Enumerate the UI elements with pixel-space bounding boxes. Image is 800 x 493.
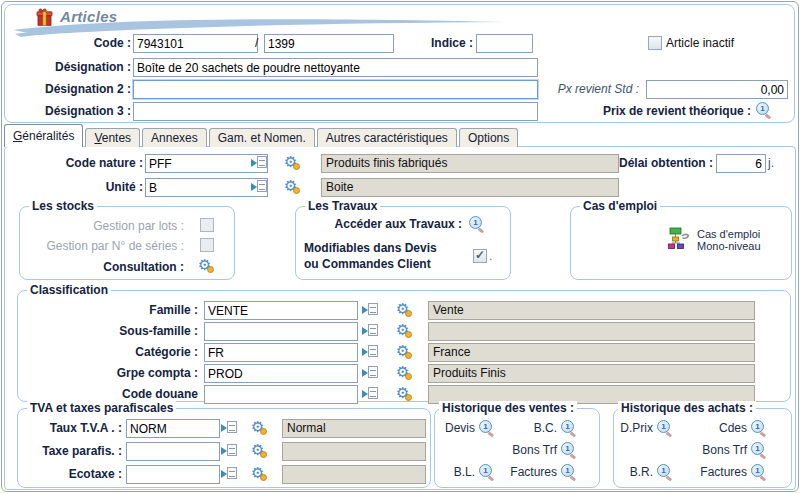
- prix-revient-theorique-label: Prix de revient théorique :: [529, 104, 751, 118]
- taux-tva-gear-icon[interactable]: [251, 419, 267, 435]
- code-nature-input[interactable]: [145, 154, 268, 173]
- categorie-label: Catégorie :: [26, 345, 198, 359]
- tva-group: TVA et taxes parafiscales Taux T.V.A . :…: [17, 408, 431, 488]
- famille-list-pick-icon[interactable]: [362, 303, 378, 316]
- stocks-group: Les stocks Gestion par lots : Gestion pa…: [19, 206, 235, 280]
- sous-famille-input[interactable]: [204, 322, 358, 341]
- hist-ventes-bl[interactable]: B.L. 1: [454, 464, 495, 479]
- tab-generalites[interactable]: Généralités: [4, 124, 83, 147]
- delai-obtention-input[interactable]: [716, 154, 766, 173]
- hist-achats-cdes[interactable]: Cdes 1: [719, 420, 767, 435]
- grpe-compta-list-pick-icon[interactable]: [362, 366, 378, 379]
- code-nature-gear-icon[interactable]: [284, 154, 300, 170]
- unite-input[interactable]: [145, 178, 268, 197]
- tab-options[interactable]: Options: [459, 128, 518, 147]
- hist-ventes-devis[interactable]: Devis 1: [445, 420, 495, 435]
- gift-icon: [35, 8, 55, 27]
- article-inactif-checkbox[interactable]: [648, 36, 662, 50]
- taux-tva-label: Taux T.V.A . :: [20, 421, 122, 435]
- acceder-travaux-magnifier-icon[interactable]: 1: [469, 216, 485, 231]
- ecotaxe-input[interactable]: [126, 465, 220, 484]
- code-nature-list-pick-icon[interactable]: [251, 156, 267, 169]
- hist-achats-cdes-magnifier-icon: 1: [751, 420, 767, 435]
- hist-achats-dprix[interactable]: D.Prix 1: [620, 420, 673, 435]
- usage-tree-icon: [667, 227, 693, 251]
- famille-gear-icon[interactable]: [396, 301, 412, 317]
- ecotaxe-gear-icon[interactable]: [251, 465, 267, 481]
- page-title: Articles: [60, 8, 117, 25]
- consultation-label: Consultation :: [26, 260, 184, 274]
- hist-ventes-bc[interactable]: B.C. 1: [534, 420, 577, 435]
- unite-list-pick-icon[interactable]: [251, 180, 267, 193]
- categorie-input[interactable]: [204, 343, 358, 362]
- consultation-gear-icon[interactable]: [198, 257, 214, 273]
- hist-achats-bons-trf-magnifier-icon: 1: [751, 442, 767, 457]
- modifiables-checkbox[interactable]: [473, 249, 487, 263]
- hist-achats-group: Historique des achats : D.Prix 1 Cdes 1 …: [613, 408, 792, 488]
- hist-ventes-bons-trf[interactable]: Bons Trf 1: [512, 442, 577, 457]
- code-label: Code :: [33, 36, 131, 50]
- ecotaxe-list-pick-icon[interactable]: [221, 467, 237, 480]
- grpe-compta-label: Grpe compta :: [26, 366, 198, 380]
- grpe-compta-input[interactable]: [204, 364, 358, 383]
- unite-gear-icon[interactable]: [284, 178, 300, 194]
- designation-input[interactable]: [133, 58, 538, 77]
- travaux-group-title: Les Travaux: [305, 199, 380, 213]
- hist-ventes-factures[interactable]: Factures 1: [510, 464, 577, 479]
- stocks-group-title: Les stocks: [29, 199, 97, 213]
- delai-obtention-label: Délai obtention :: [601, 156, 713, 170]
- px-revient-std-input[interactable]: [646, 80, 788, 99]
- acceder-travaux-label: Accéder aux Travaux :: [302, 217, 462, 231]
- grpe-compta-display: Produits Finis: [428, 364, 755, 383]
- taxe-parafis-list-pick-icon[interactable]: [221, 444, 237, 457]
- code-nature-label: Code nature :: [23, 156, 143, 170]
- taux-tva-list-pick-icon[interactable]: [221, 421, 237, 434]
- hist-achats-factures[interactable]: Factures 1: [700, 464, 767, 479]
- cas-emploi-group: Cas d'emploi Cas d'emploi Mono-niveau: [570, 206, 792, 280]
- famille-input[interactable]: [204, 301, 358, 320]
- modifiables-label-line1: Modifiables dans Devis: [304, 241, 464, 255]
- famille-label: Famille :: [26, 303, 198, 317]
- delai-obtention-unit: j.: [768, 156, 774, 170]
- designation2-input[interactable]: [133, 80, 538, 99]
- tab-autres-caracteristiques[interactable]: Autres caractéristiques: [317, 128, 457, 147]
- sous-famille-list-pick-icon[interactable]: [362, 324, 378, 337]
- gestion-lots-label: Gestion par lots :: [26, 219, 184, 233]
- prix-revient-theorique-magnifier-icon[interactable]: 1: [756, 102, 772, 117]
- tab-annexes[interactable]: Annexes: [142, 128, 207, 147]
- categorie-display: France: [428, 343, 755, 362]
- indice-label: Indice :: [403, 36, 473, 50]
- hist-achats-bons-trf[interactable]: Bons Trf 1: [702, 442, 767, 457]
- tab-gam-et-nomen[interactable]: Gam. et Nomen.: [209, 128, 315, 147]
- ecotaxe-display: [282, 465, 426, 484]
- code-douane-list-pick-icon[interactable]: [362, 387, 378, 400]
- hist-achats-br[interactable]: B.R. 1: [630, 464, 673, 479]
- classification-group-title: Classification: [27, 283, 111, 297]
- taxe-parafis-gear-icon[interactable]: [251, 442, 267, 458]
- gestion-lots-checkbox: [200, 218, 214, 232]
- classification-group: Classification Famille : Vente Sous-fami…: [17, 290, 791, 402]
- code-douane-gear-icon[interactable]: [396, 385, 412, 401]
- code-douane-input[interactable]: [204, 385, 358, 404]
- categorie-gear-icon[interactable]: [396, 343, 412, 359]
- hist-achats-factures-magnifier-icon: 1: [751, 464, 767, 479]
- generalites-tab-panel: Code nature : Produits finis fabriqués D…: [4, 146, 796, 490]
- hist-ventes-title: Historique des ventes :: [439, 401, 577, 415]
- designation2-label: Désignation 2 :: [15, 82, 131, 96]
- hist-ventes-devis-magnifier-icon: 1: [479, 420, 495, 435]
- sous-famille-gear-icon[interactable]: [396, 322, 412, 338]
- hist-ventes-bons-trf-magnifier-icon: 1: [561, 442, 577, 457]
- taxe-parafis-input[interactable]: [126, 442, 220, 461]
- article-inactif-label: Article inactif: [666, 36, 734, 50]
- designation-label: Désignation :: [23, 60, 131, 74]
- taxe-parafis-label: Taxe parafis. :: [20, 444, 122, 458]
- designation3-input[interactable]: [133, 102, 538, 121]
- categorie-list-pick-icon[interactable]: [362, 345, 378, 358]
- taux-tva-input[interactable]: [126, 419, 220, 438]
- grpe-compta-gear-icon[interactable]: [396, 364, 412, 380]
- ecotaxe-label: Ecotaxe :: [20, 467, 122, 481]
- tab-ventes[interactable]: Ventes: [85, 128, 140, 147]
- hist-ventes-bc-magnifier-icon: 1: [561, 420, 577, 435]
- cas-emploi-link-line1: Cas d'emploi: [697, 228, 760, 240]
- cas-emploi-link-line2: Mono-niveau: [697, 240, 761, 252]
